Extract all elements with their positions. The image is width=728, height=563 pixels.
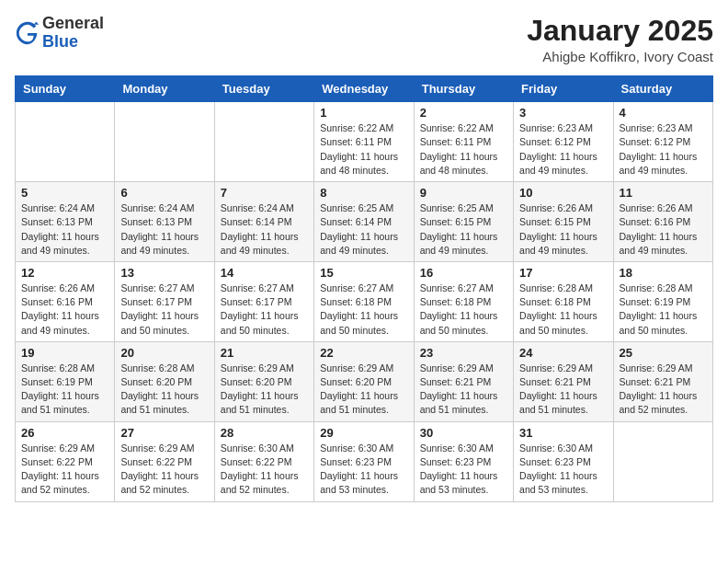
- day-info: Sunrise: 6:29 AM Sunset: 6:20 PM Dayligh…: [320, 362, 407, 418]
- day-number: 13: [120, 266, 208, 280]
- day-info: Sunrise: 6:29 AM Sunset: 6:21 PM Dayligh…: [620, 362, 707, 418]
- logo-text: General Blue: [42, 15, 104, 52]
- day-info: Sunrise: 6:28 AM Sunset: 6:19 PM Dayligh…: [21, 362, 108, 418]
- calendar-cell: 23Sunrise: 6:29 AM Sunset: 6:21 PM Dayli…: [414, 341, 513, 421]
- day-number: 22: [320, 346, 407, 360]
- day-number: 27: [120, 426, 208, 440]
- calendar-cell: 28Sunrise: 6:30 AM Sunset: 6:22 PM Dayli…: [214, 421, 313, 501]
- day-number: 31: [519, 426, 607, 440]
- calendar-cell: 13Sunrise: 6:27 AM Sunset: 6:17 PM Dayli…: [115, 261, 214, 341]
- day-info: Sunrise: 6:23 AM Sunset: 6:12 PM Dayligh…: [620, 121, 707, 178]
- calendar-cell: 21Sunrise: 6:29 AM Sunset: 6:20 PM Dayli…: [214, 341, 313, 421]
- day-info: Sunrise: 6:30 AM Sunset: 6:23 PM Dayligh…: [320, 442, 407, 498]
- calendar-header-monday: Monday: [115, 76, 214, 102]
- day-info: Sunrise: 6:27 AM Sunset: 6:18 PM Dayligh…: [320, 282, 407, 338]
- day-info: Sunrise: 6:24 AM Sunset: 6:13 PM Dayligh…: [120, 201, 208, 258]
- calendar-cell: 8Sunrise: 6:25 AM Sunset: 6:14 PM Daylig…: [314, 182, 414, 262]
- day-info: Sunrise: 6:28 AM Sunset: 6:18 PM Dayligh…: [519, 282, 607, 338]
- day-number: 8: [320, 186, 407, 200]
- day-number: 30: [420, 426, 507, 440]
- day-number: 28: [221, 426, 308, 440]
- day-number: 19: [21, 346, 108, 360]
- day-number: 11: [620, 186, 707, 200]
- calendar-cell: [115, 102, 214, 182]
- calendar-cell: 11Sunrise: 6:26 AM Sunset: 6:16 PM Dayli…: [613, 182, 712, 262]
- calendar-cell: 2Sunrise: 6:22 AM Sunset: 6:11 PM Daylig…: [414, 102, 513, 182]
- calendar-cell: 24Sunrise: 6:29 AM Sunset: 6:21 PM Dayli…: [514, 341, 613, 421]
- day-info: Sunrise: 6:26 AM Sunset: 6:16 PM Dayligh…: [620, 201, 707, 258]
- day-info: Sunrise: 6:26 AM Sunset: 6:16 PM Dayligh…: [21, 282, 108, 338]
- calendar-cell: 1Sunrise: 6:22 AM Sunset: 6:11 PM Daylig…: [314, 102, 414, 182]
- calendar-cell: 10Sunrise: 6:26 AM Sunset: 6:15 PM Dayli…: [514, 182, 613, 262]
- calendar-cell: 12Sunrise: 6:26 AM Sunset: 6:16 PM Dayli…: [16, 261, 115, 341]
- day-number: 18: [620, 266, 707, 280]
- title-section: January 2025 Ahigbe Koffikro, Ivory Coas…: [527, 15, 713, 64]
- day-number: 12: [21, 266, 108, 280]
- day-info: Sunrise: 6:28 AM Sunset: 6:19 PM Dayligh…: [620, 282, 707, 338]
- calendar-cell: 9Sunrise: 6:25 AM Sunset: 6:15 PM Daylig…: [414, 182, 513, 262]
- calendar-cell: [16, 102, 115, 182]
- calendar-cell: 26Sunrise: 6:29 AM Sunset: 6:22 PM Dayli…: [16, 421, 115, 501]
- day-number: 29: [320, 426, 407, 440]
- calendar-cell: 19Sunrise: 6:28 AM Sunset: 6:19 PM Dayli…: [16, 341, 115, 421]
- calendar-week-5: 26Sunrise: 6:29 AM Sunset: 6:22 PM Dayli…: [16, 421, 713, 501]
- day-info: Sunrise: 6:24 AM Sunset: 6:13 PM Dayligh…: [21, 201, 108, 258]
- calendar-header-friday: Friday: [514, 76, 613, 102]
- day-number: 2: [420, 106, 507, 120]
- calendar-header-wednesday: Wednesday: [314, 76, 414, 102]
- logo-general: General: [42, 15, 104, 33]
- day-number: 4: [620, 106, 707, 120]
- calendar-cell: 29Sunrise: 6:30 AM Sunset: 6:23 PM Dayli…: [314, 421, 414, 501]
- day-number: 20: [120, 346, 208, 360]
- day-number: 3: [519, 106, 607, 120]
- day-number: 7: [221, 186, 308, 200]
- day-number: 5: [21, 186, 108, 200]
- day-info: Sunrise: 6:29 AM Sunset: 6:21 PM Dayligh…: [420, 362, 507, 418]
- calendar-cell: [214, 102, 313, 182]
- logo-icon: [15, 20, 40, 46]
- page-header: General Blue January 2025 Ahigbe Koffikr…: [15, 15, 713, 64]
- logo: General Blue: [15, 15, 104, 52]
- calendar-week-1: 1Sunrise: 6:22 AM Sunset: 6:11 PM Daylig…: [16, 102, 713, 182]
- day-info: Sunrise: 6:29 AM Sunset: 6:20 PM Dayligh…: [221, 362, 308, 418]
- calendar-cell: 7Sunrise: 6:24 AM Sunset: 6:14 PM Daylig…: [214, 182, 313, 262]
- calendar-cell: 15Sunrise: 6:27 AM Sunset: 6:18 PM Dayli…: [314, 261, 414, 341]
- day-info: Sunrise: 6:23 AM Sunset: 6:12 PM Dayligh…: [519, 121, 607, 178]
- location: Ahigbe Koffikro, Ivory Coast: [527, 49, 713, 64]
- calendar-cell: 4Sunrise: 6:23 AM Sunset: 6:12 PM Daylig…: [613, 102, 712, 182]
- day-info: Sunrise: 6:30 AM Sunset: 6:23 PM Dayligh…: [420, 442, 507, 498]
- day-number: 26: [21, 426, 108, 440]
- calendar-cell: [613, 421, 712, 501]
- calendar-cell: 31Sunrise: 6:30 AM Sunset: 6:23 PM Dayli…: [514, 421, 613, 501]
- calendar-header-sunday: Sunday: [16, 76, 115, 102]
- calendar-cell: 3Sunrise: 6:23 AM Sunset: 6:12 PM Daylig…: [514, 102, 613, 182]
- calendar-week-3: 12Sunrise: 6:26 AM Sunset: 6:16 PM Dayli…: [16, 261, 713, 341]
- day-info: Sunrise: 6:29 AM Sunset: 6:22 PM Dayligh…: [21, 442, 108, 498]
- day-number: 15: [320, 266, 407, 280]
- day-info: Sunrise: 6:22 AM Sunset: 6:11 PM Dayligh…: [320, 121, 407, 178]
- calendar-header-thursday: Thursday: [414, 76, 513, 102]
- calendar-cell: 22Sunrise: 6:29 AM Sunset: 6:20 PM Dayli…: [314, 341, 414, 421]
- day-number: 24: [519, 346, 607, 360]
- day-info: Sunrise: 6:28 AM Sunset: 6:20 PM Dayligh…: [120, 362, 208, 418]
- day-number: 17: [519, 266, 607, 280]
- day-info: Sunrise: 6:29 AM Sunset: 6:21 PM Dayligh…: [519, 362, 607, 418]
- day-number: 6: [120, 186, 208, 200]
- day-info: Sunrise: 6:27 AM Sunset: 6:17 PM Dayligh…: [221, 282, 308, 338]
- calendar-header-row: SundayMondayTuesdayWednesdayThursdayFrid…: [16, 76, 713, 102]
- calendar-cell: 27Sunrise: 6:29 AM Sunset: 6:22 PM Dayli…: [115, 421, 214, 501]
- day-number: 25: [620, 346, 707, 360]
- day-info: Sunrise: 6:30 AM Sunset: 6:23 PM Dayligh…: [519, 442, 607, 498]
- calendar-cell: 16Sunrise: 6:27 AM Sunset: 6:18 PM Dayli…: [414, 261, 513, 341]
- day-info: Sunrise: 6:27 AM Sunset: 6:18 PM Dayligh…: [420, 282, 507, 338]
- calendar-cell: 18Sunrise: 6:28 AM Sunset: 6:19 PM Dayli…: [613, 261, 712, 341]
- calendar-cell: 17Sunrise: 6:28 AM Sunset: 6:18 PM Dayli…: [514, 261, 613, 341]
- day-number: 14: [221, 266, 308, 280]
- calendar-cell: 25Sunrise: 6:29 AM Sunset: 6:21 PM Dayli…: [613, 341, 712, 421]
- calendar-header-tuesday: Tuesday: [214, 76, 313, 102]
- day-number: 10: [519, 186, 607, 200]
- calendar-cell: 14Sunrise: 6:27 AM Sunset: 6:17 PM Dayli…: [214, 261, 313, 341]
- day-info: Sunrise: 6:25 AM Sunset: 6:15 PM Dayligh…: [420, 201, 507, 258]
- calendar-cell: 30Sunrise: 6:30 AM Sunset: 6:23 PM Dayli…: [414, 421, 513, 501]
- day-info: Sunrise: 6:24 AM Sunset: 6:14 PM Dayligh…: [221, 201, 308, 258]
